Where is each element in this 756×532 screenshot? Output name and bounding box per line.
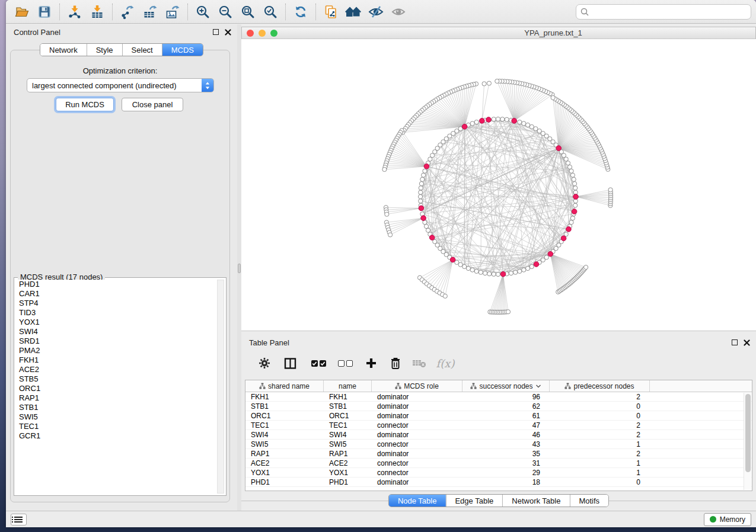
table-scrollbar[interactable] bbox=[744, 393, 751, 490]
network-node[interactable] bbox=[544, 255, 548, 259]
splitter-grip[interactable] bbox=[238, 264, 241, 273]
column-header-mcds-role[interactable]: MCDS role bbox=[372, 380, 462, 392]
mcds-hub-node[interactable] bbox=[512, 118, 517, 124]
network-node[interactable] bbox=[573, 182, 577, 186]
network-node[interactable] bbox=[569, 169, 573, 173]
task-history-button[interactable] bbox=[11, 514, 27, 525]
mcds-result-item[interactable]: GCR1 bbox=[16, 431, 216, 441]
mcds-result-item[interactable]: SWI5 bbox=[16, 412, 216, 422]
mcds-result-item[interactable]: RAP1 bbox=[16, 393, 216, 403]
mcds-hub-node[interactable] bbox=[572, 209, 577, 214]
network-node[interactable] bbox=[567, 165, 572, 169]
mcds-result-item[interactable]: TID3 bbox=[16, 308, 216, 318]
column-header-successor-nodes[interactable]: successor nodes bbox=[462, 380, 550, 392]
mcds-result-item[interactable]: CAR1 bbox=[16, 289, 216, 299]
mcds-hub-node[interactable] bbox=[573, 194, 579, 200]
network-node[interactable] bbox=[487, 272, 492, 276]
network-node[interactable] bbox=[426, 228, 430, 232]
network-leaf-node[interactable] bbox=[487, 81, 491, 85]
mcds-hub-node[interactable] bbox=[450, 257, 455, 262]
network-leaf-node[interactable] bbox=[443, 294, 447, 298]
deselect-all-button[interactable] bbox=[331, 354, 359, 372]
memory-button[interactable]: Memory bbox=[704, 513, 751, 526]
mcds-result-item[interactable]: TEC1 bbox=[16, 422, 216, 431]
network-node[interactable] bbox=[470, 121, 474, 126]
select-all-button[interactable] bbox=[305, 354, 331, 372]
network-leaf-node[interactable] bbox=[551, 95, 555, 100]
zoom-selected-button[interactable] bbox=[259, 2, 282, 21]
network-node[interactable] bbox=[419, 199, 423, 203]
column-header-shared-name[interactable]: shared name bbox=[245, 380, 324, 392]
table-row[interactable]: TEC1TEC1connector472 bbox=[245, 421, 752, 430]
zoom-in-button[interactable] bbox=[192, 2, 214, 21]
table-row[interactable]: PHD1PHD1dominator180 bbox=[245, 477, 752, 487]
mcds-result-item[interactable]: FKH1 bbox=[16, 355, 216, 365]
open-session-button[interactable] bbox=[11, 2, 33, 21]
mcds-hub-node[interactable] bbox=[534, 262, 539, 267]
network-leaf-node[interactable] bbox=[482, 82, 486, 86]
mcds-result-item[interactable]: SRD1 bbox=[16, 336, 216, 346]
window-close-button[interactable] bbox=[247, 30, 254, 37]
zoom-out-button[interactable] bbox=[214, 2, 237, 21]
table-row[interactable]: ACE2ACE2connector311 bbox=[245, 459, 752, 468]
network-leaf-node[interactable] bbox=[388, 233, 393, 237]
network-node[interactable] bbox=[424, 225, 428, 229]
network-node[interactable] bbox=[466, 266, 470, 270]
tab-network-table[interactable]: Network Table bbox=[502, 495, 569, 507]
network-leaf-node[interactable] bbox=[506, 310, 510, 314]
window-minimize-button[interactable] bbox=[259, 30, 266, 37]
mcds-result-item[interactable]: ACE2 bbox=[16, 365, 216, 374]
import-table-button[interactable] bbox=[86, 2, 109, 21]
export-image-button[interactable] bbox=[161, 2, 184, 21]
network-node[interactable] bbox=[423, 169, 427, 173]
mcds-result-item[interactable]: PMA2 bbox=[16, 346, 216, 355]
clone-network-button[interactable] bbox=[320, 2, 342, 21]
export-table-button[interactable] bbox=[139, 2, 161, 21]
network-node[interactable] bbox=[529, 124, 534, 129]
mcds-hub-node[interactable] bbox=[421, 216, 426, 221]
network-leaf-node[interactable] bbox=[385, 212, 389, 216]
optimization-criterion-select[interactable]: largest connected component (undirected) bbox=[27, 78, 214, 92]
network-node[interactable] bbox=[428, 157, 432, 161]
houses-button[interactable] bbox=[342, 2, 365, 21]
network-node[interactable] bbox=[462, 264, 467, 268]
mcds-hub-node[interactable] bbox=[561, 236, 566, 241]
apply-layout-button[interactable] bbox=[289, 2, 312, 21]
network-node[interactable] bbox=[534, 127, 538, 131]
mcds-hub-node[interactable] bbox=[556, 146, 562, 151]
delete-row-button[interactable] bbox=[384, 354, 407, 372]
network-node[interactable] bbox=[513, 270, 518, 274]
network-node[interactable] bbox=[529, 264, 534, 268]
table-row[interactable]: FKH1FKH1dominator962 bbox=[245, 392, 752, 402]
tab-style[interactable]: Style bbox=[87, 44, 122, 56]
close-panel-button[interactable] bbox=[744, 339, 750, 346]
network-node[interactable] bbox=[418, 194, 422, 198]
delete-table-button[interactable] bbox=[407, 354, 431, 372]
mcds-hub-node[interactable] bbox=[548, 251, 553, 257]
table-row[interactable]: YOX1YOX1connector291 bbox=[245, 468, 752, 477]
search-input[interactable] bbox=[589, 5, 747, 18]
mcds-result-item[interactable]: YOX1 bbox=[16, 318, 216, 327]
network-node[interactable] bbox=[518, 120, 522, 124]
table-row[interactable]: ORC1ORC1dominator610 bbox=[245, 411, 752, 421]
table-settings-button[interactable] bbox=[254, 354, 275, 372]
network-node[interactable] bbox=[518, 269, 522, 273]
column-chooser-button[interactable] bbox=[275, 354, 305, 372]
network-node[interactable] bbox=[474, 269, 479, 273]
network-leaf-node[interactable] bbox=[584, 265, 588, 270]
network-node[interactable] bbox=[419, 190, 423, 194]
network-node[interactable] bbox=[570, 216, 575, 220]
mcds-hub-node[interactable] bbox=[480, 118, 485, 124]
mcds-hub-node[interactable] bbox=[429, 235, 435, 241]
tab-motifs[interactable]: Motifs bbox=[569, 495, 608, 507]
tab-node-table[interactable]: Node Table bbox=[389, 495, 446, 507]
vertical-splitter[interactable] bbox=[237, 24, 241, 511]
network-node[interactable] bbox=[522, 268, 526, 272]
export-network-button[interactable] bbox=[116, 2, 139, 21]
network-node[interactable] bbox=[474, 120, 479, 124]
mcds-result-item[interactable]: PHD1 bbox=[16, 280, 216, 289]
tab-select[interactable]: Select bbox=[122, 44, 162, 56]
function-builder-button[interactable]: f(x) bbox=[431, 354, 460, 372]
network-node[interactable] bbox=[470, 268, 474, 272]
network-node[interactable] bbox=[422, 173, 426, 177]
